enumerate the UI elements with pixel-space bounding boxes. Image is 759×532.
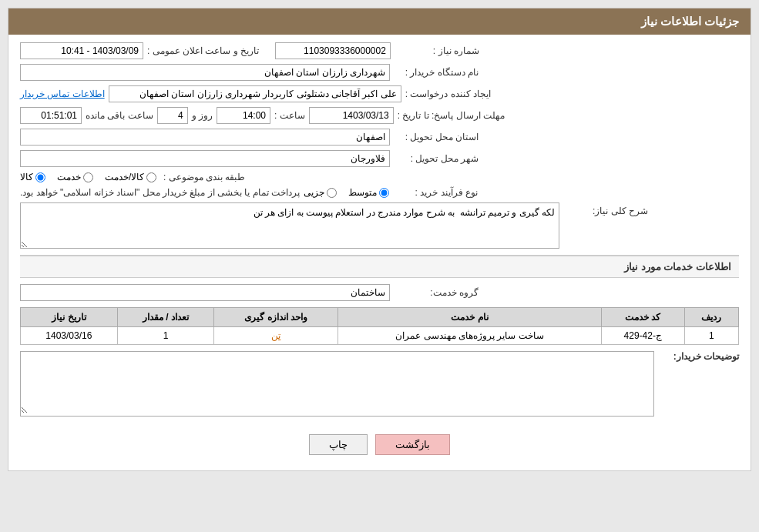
description-textarea[interactable]: لکه گیری و ترمیم ترانشه به شرح موارد مند… <box>20 202 559 249</box>
purchase-option-2: متوسط <box>348 187 389 198</box>
description-label: شرح کلی نیاز: <box>563 202 648 216</box>
buyer-notes-label: توضیحات خریدار: <box>662 351 739 362</box>
purchase-type-row: نوع فرآیند خرید : متوسط جزیی پرداخت تمام… <box>20 187 739 198</box>
purchase-type-radio-group: متوسط جزیی <box>304 187 389 198</box>
purchase-type-label: نوع فرآیند خرید : <box>393 187 478 198</box>
category-row: طبقه بندی موضوعی : کالا/خدمت خدمت کالا <box>20 172 739 182</box>
category-label-khidmat-kala: کالا/خدمت <box>105 172 144 182</box>
purchase-label-medium: متوسط <box>348 187 377 198</box>
days-input[interactable] <box>157 107 188 124</box>
cell-unit[interactable]: تن <box>214 327 338 345</box>
category-radio-khidmat-kala[interactable] <box>146 172 156 182</box>
buyer-dept-label: نام دستگاه خریدار : <box>394 67 479 78</box>
city-row: شهر محل تحویل : <box>20 150 739 167</box>
service-group-label: گروه خدمت: <box>394 287 479 298</box>
province-label: استان محل تحویل : <box>394 132 479 142</box>
buyer-dept-row: نام دستگاه خریدار : <box>20 64 739 81</box>
category-label-kala: کالا <box>20 172 33 182</box>
buyer-notes-textarea[interactable] <box>21 352 653 413</box>
col-unit: واحد اندازه گیری <box>214 308 338 327</box>
col-date: تاریخ نیاز <box>21 308 118 327</box>
buyer-notes-row: توضیحات خریدار: <box>20 351 739 420</box>
announce-label: تاریخ و ساعت اعلان عمومی : <box>147 45 259 56</box>
remaining-time-input[interactable] <box>20 107 82 124</box>
buyer-notes-area <box>20 351 654 417</box>
category-option-2: خدمت <box>57 172 93 182</box>
purchase-label-small: جزیی <box>304 187 324 198</box>
cell-row-num: 1 <box>684 327 738 345</box>
announce-input[interactable] <box>20 42 143 59</box>
services-table-section: ردیف کد خدمت نام خدمت واحد اندازه گیری ت… <box>20 307 739 345</box>
main-container: جزئیات اطلاعات نیاز شماره نیاز : تاریخ و… <box>8 8 751 471</box>
deadline-date-input[interactable] <box>309 107 394 124</box>
requester-contact-link[interactable]: اطلاعات تماس خریدار <box>20 89 105 99</box>
services-table: ردیف کد خدمت نام خدمت واحد اندازه گیری ت… <box>20 307 739 345</box>
province-input[interactable] <box>20 129 390 146</box>
purchase-radio-medium[interactable] <box>379 188 389 198</box>
description-row: شرح کلی نیاز: لکه گیری و ترمیم ترانشه به… <box>20 202 739 249</box>
deadline-time-input[interactable] <box>217 107 270 124</box>
requester-label: ایجاد کننده درخواست : <box>405 89 491 99</box>
category-radio-group: کالا/خدمت خدمت کالا <box>20 172 156 182</box>
city-label: شهر محل تحویل : <box>394 153 479 164</box>
city-input[interactable] <box>20 150 390 167</box>
category-label: طبقه بندی موضوعی : <box>160 172 245 182</box>
category-radio-kala[interactable] <box>35 172 45 182</box>
service-group-row: گروه خدمت: <box>20 284 739 301</box>
col-service-name: نام خدمت <box>338 308 601 327</box>
purchase-option-1: جزیی <box>304 187 337 198</box>
request-number-input[interactable] <box>275 42 391 59</box>
print-button[interactable]: چاپ <box>309 434 368 455</box>
deadline-row: مهلت ارسال پاسخ: تا تاریخ : ساعت : روز و… <box>20 107 739 124</box>
col-row-num: ردیف <box>684 308 738 327</box>
purchase-radio-small[interactable] <box>327 188 337 198</box>
deadline-label: مهلت ارسال پاسخ: تا تاریخ : <box>398 110 505 121</box>
col-quantity: تعداد / مقدار <box>117 308 214 327</box>
category-option-3: کالا/خدمت <box>105 172 156 182</box>
table-row: 1 ج-42-429 ساخت سایر پروژه‌های مهندسی عم… <box>21 327 739 345</box>
buttons-row: بازگشت چاپ <box>20 427 739 463</box>
services-section-title: اطلاعات خدمات مورد نیاز <box>20 255 739 278</box>
cell-quantity: 1 <box>117 327 214 345</box>
service-group-input[interactable] <box>20 284 390 301</box>
request-number-label: شماره نیاز : <box>395 45 479 56</box>
requester-input[interactable] <box>109 85 401 102</box>
request-row: شماره نیاز : تاریخ و ساعت اعلان عمومی : <box>20 42 739 59</box>
category-option-1: کالا <box>20 172 45 182</box>
table-header-row: ردیف کد خدمت نام خدمت واحد اندازه گیری ت… <box>21 308 739 327</box>
category-radio-khidmat[interactable] <box>83 172 93 182</box>
deadline-time-label: ساعت : <box>274 110 305 121</box>
page-header: جزئیات اطلاعات نیاز <box>8 8 751 35</box>
category-label-khidmat: خدمت <box>57 172 81 182</box>
days-label: روز و <box>192 110 213 121</box>
province-row: استان محل تحویل : <box>20 129 739 146</box>
content-area: شماره نیاز : تاریخ و ساعت اعلان عمومی : … <box>8 35 751 470</box>
page-title: جزئیات اطلاعات نیاز <box>641 15 739 28</box>
col-service-code: کد خدمت <box>601 308 684 327</box>
purchase-note: پرداخت تمام یا بخشی از مبلغ خریدار محل "… <box>20 187 300 198</box>
cell-service-code: ج-42-429 <box>601 327 684 345</box>
buyer-dept-input[interactable] <box>20 64 390 81</box>
back-button[interactable]: بازگشت <box>375 434 450 455</box>
remaining-label: ساعت باقی مانده <box>86 110 153 121</box>
cell-service-name: ساخت سایر پروژه‌های مهندسی عمران <box>338 327 601 345</box>
cell-date: 1403/03/16 <box>21 327 118 345</box>
requester-row: ایجاد کننده درخواست : اطلاعات تماس خریدا… <box>20 85 739 102</box>
